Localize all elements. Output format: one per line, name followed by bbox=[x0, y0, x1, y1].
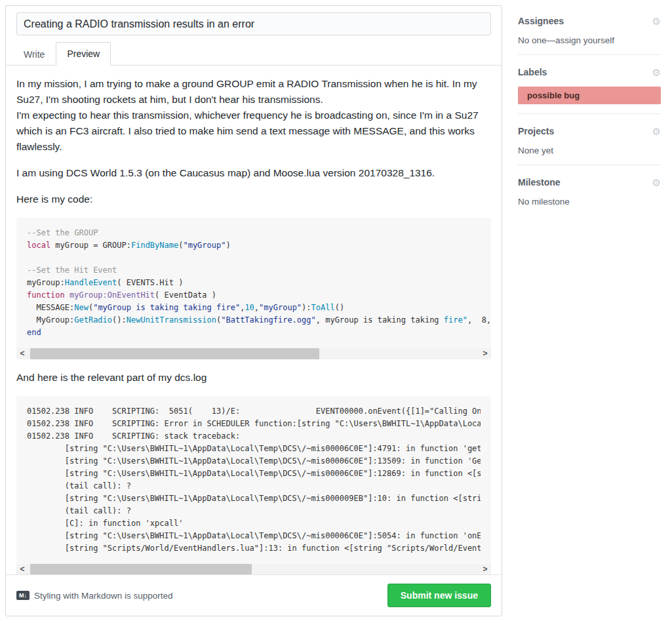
dcs-log-text: 01502.238 INFO SCRIPTING: 5051( 13)/E: E… bbox=[27, 405, 481, 555]
scroll-left-icon[interactable]: < bbox=[16, 348, 28, 359]
intro-paragraph: In my mission, I am trying to make a gro… bbox=[16, 76, 491, 155]
log-horizontal-scrollbar: < > bbox=[16, 564, 491, 574]
markdown-supported-link[interactable]: M↓ Styling with Markdown is supported bbox=[16, 591, 173, 601]
intro-line-2: I'm expecting to hear this transmission,… bbox=[16, 108, 491, 155]
dcs-log-block: 01502.238 INFO SCRIPTING: 5051( 13)/E: E… bbox=[16, 396, 491, 574]
markdown-note-text: Styling with Markdown is supported bbox=[34, 591, 173, 601]
milestone-header[interactable]: Milestone ⚙ bbox=[518, 177, 661, 188]
scrollbar-track[interactable] bbox=[28, 564, 479, 574]
scroll-right-icon[interactable]: > bbox=[479, 348, 491, 359]
code-intro-paragraph: Here is my code: bbox=[16, 191, 491, 207]
assignees-value[interactable]: No one—assign yourself bbox=[518, 35, 661, 45]
projects-title: Projects bbox=[518, 126, 554, 136]
scrollbar-thumb[interactable] bbox=[30, 348, 319, 359]
gear-icon[interactable]: ⚙ bbox=[652, 68, 661, 77]
issue-form-card: Write Preview In my mission, I am trying… bbox=[5, 5, 502, 616]
milestone-value: No milestone bbox=[518, 197, 661, 207]
preview-pane: In my mission, I am trying to make a gro… bbox=[6, 66, 502, 574]
assignees-header[interactable]: Assignees ⚙ bbox=[518, 16, 661, 26]
label-possible-bug[interactable]: possible bug bbox=[518, 87, 661, 104]
markdown-icon: M↓ bbox=[16, 591, 30, 600]
labels-title: Labels bbox=[518, 67, 547, 77]
milestone-section: Milestone ⚙ No milestone bbox=[518, 172, 661, 216]
issue-sidebar: Assignees ⚙ No one—assign yourself Label… bbox=[518, 5, 661, 616]
assignees-section: Assignees ⚙ No one—assign yourself bbox=[518, 10, 661, 55]
projects-header[interactable]: Projects ⚙ bbox=[518, 126, 661, 136]
tab-preview[interactable]: Preview bbox=[56, 42, 111, 66]
scrollbar-track[interactable] bbox=[28, 348, 479, 359]
assignees-title: Assignees bbox=[518, 16, 564, 26]
projects-value: None yet bbox=[518, 146, 661, 155]
gear-icon[interactable]: ⚙ bbox=[652, 16, 661, 26]
projects-section: Projects ⚙ None yet bbox=[518, 121, 661, 165]
gear-icon[interactable]: ⚙ bbox=[652, 127, 661, 136]
form-footer: M↓ Styling with Markdown is supported Su… bbox=[6, 574, 502, 616]
version-paragraph: I am using DCS World 1.5.3 (on the Cauca… bbox=[16, 165, 491, 181]
issue-title-input[interactable] bbox=[16, 12, 491, 35]
tab-write[interactable]: Write bbox=[12, 43, 56, 66]
title-row bbox=[6, 6, 502, 35]
scroll-left-icon[interactable]: < bbox=[16, 564, 28, 574]
milestone-title: Milestone bbox=[518, 177, 561, 188]
lua-code-block: --Set the GROUPlocal myGroup = GROUP:Fin… bbox=[16, 218, 491, 359]
lua-code: --Set the GROUPlocal myGroup = GROUP:Fin… bbox=[16, 218, 491, 343]
log-intro-paragraph: And here is the relevant part of my dcs.… bbox=[16, 370, 491, 386]
new-issue-page: Write Preview In my mission, I am trying… bbox=[0, 0, 672, 619]
intro-line-1: In my mission, I am trying to make a gro… bbox=[16, 76, 491, 108]
submit-new-issue-button[interactable]: Submit new issue bbox=[387, 584, 491, 607]
scroll-right-icon[interactable]: > bbox=[479, 564, 491, 574]
gear-icon[interactable]: ⚙ bbox=[652, 178, 661, 188]
labels-section: Labels ⚙ possible bug bbox=[518, 62, 661, 114]
labels-header[interactable]: Labels ⚙ bbox=[518, 67, 661, 77]
code-horizontal-scrollbar: < > bbox=[16, 348, 491, 359]
scrollbar-thumb[interactable] bbox=[30, 564, 251, 574]
write-preview-tabs: Write Preview bbox=[6, 35, 502, 66]
